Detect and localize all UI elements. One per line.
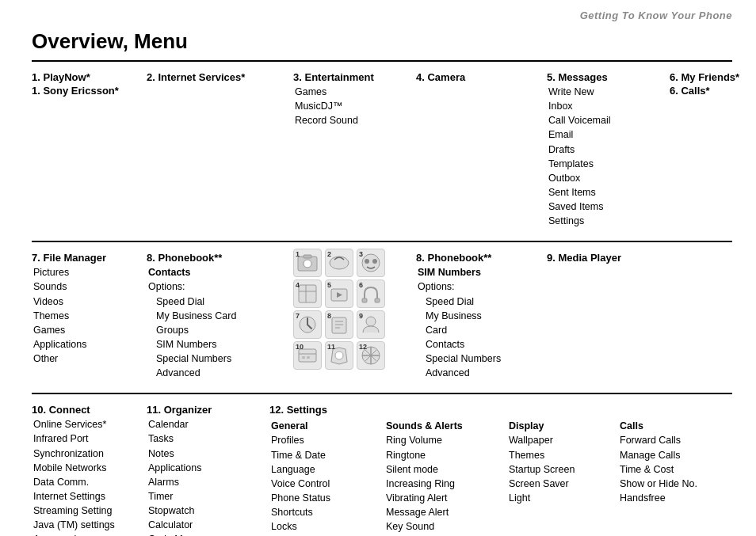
svg-rect-2 bbox=[304, 255, 311, 258]
section-connect: 10. Connect Online Services* Infrared Po… bbox=[32, 401, 147, 536]
menu-icon-3: 3 bbox=[357, 249, 385, 277]
menu-icon-8: 8 bbox=[325, 310, 353, 339]
svg-rect-22 bbox=[302, 356, 305, 359]
section-organizer: 11. Organizer Calendar Tasks Notes Appli… bbox=[147, 401, 269, 536]
section-image-grid: 1 2 3 4 5 bbox=[293, 249, 416, 383]
svg-rect-20 bbox=[299, 349, 316, 362]
page-header: Getting To Know Your Phone bbox=[0, 0, 756, 21]
menu-icon-4: 4 bbox=[293, 279, 322, 308]
svg-point-6 bbox=[372, 259, 377, 264]
settings-general: General Profiles Time & Date Language Vo… bbox=[269, 419, 384, 536]
menu-icon-9: 9 bbox=[357, 310, 385, 339]
svg-rect-23 bbox=[307, 356, 310, 359]
section-my-friends: 6. My Friends* 6. Calls* bbox=[670, 68, 756, 231]
menu-row-2: 7. File Manager Pictures Sounds Videos T… bbox=[32, 249, 732, 383]
svg-point-24 bbox=[335, 352, 343, 359]
menu-icon-7: 7 bbox=[293, 310, 322, 339]
settings-sounds: Sounds & Alerts Ring Volume Ringtone Sil… bbox=[384, 419, 507, 536]
svg-point-3 bbox=[330, 257, 349, 269]
settings-display: Display Wallpaper Themes Startup Screen … bbox=[507, 419, 618, 536]
section-messages: 5. Messages Write New Inbox Call Voicema… bbox=[547, 68, 670, 231]
menu-icon-12: 12 bbox=[357, 341, 385, 370]
svg-rect-12 bbox=[362, 298, 367, 302]
menu-icon-5: 5 bbox=[325, 279, 353, 308]
svg-point-5 bbox=[365, 259, 369, 264]
svg-rect-13 bbox=[375, 298, 380, 302]
svg-point-19 bbox=[366, 317, 376, 326]
settings-calls: Calls Forward Calls Manage Calls Time & … bbox=[618, 419, 721, 536]
svg-rect-7 bbox=[299, 285, 316, 302]
menu-icon-10: 10 bbox=[293, 341, 322, 370]
menu-icon-1: 1 bbox=[293, 249, 322, 277]
section-internet-services: 2. Internet Services* bbox=[147, 68, 293, 231]
section-playnow: 1. PlayNow* 1. Sony Ericsson* bbox=[32, 68, 147, 231]
section-entertainment: 3. Entertainment Games MusicDJ™ Record S… bbox=[293, 68, 416, 231]
menu-icon-6: 6 bbox=[357, 279, 385, 308]
section-settings-header: 12. Settings General Profiles Time & Dat… bbox=[269, 401, 717, 536]
section-phonebook: 8. Phonebook** Contacts Options: Speed D… bbox=[147, 249, 293, 383]
svg-rect-15 bbox=[332, 317, 346, 333]
page-title: Overview, Menu bbox=[0, 21, 756, 60]
section-media-player: 9. Media Player bbox=[547, 249, 670, 383]
svg-point-1 bbox=[304, 260, 311, 268]
menu-icon-2: 2 bbox=[325, 249, 353, 277]
section-camera: 4. Camera bbox=[416, 68, 547, 231]
menu-row-3: 10. Connect Online Services* Infrared Po… bbox=[32, 401, 732, 536]
section-phonebook-sim: 8. Phonebook** SIM Numbers Options: Spee… bbox=[416, 249, 547, 383]
section-file-manager: 7. File Manager Pictures Sounds Videos T… bbox=[32, 249, 147, 383]
menu-icon-11: 11 bbox=[325, 341, 353, 370]
menu-row-1: 1. PlayNow* 1. Sony Ericsson* 2. Interne… bbox=[32, 68, 732, 231]
